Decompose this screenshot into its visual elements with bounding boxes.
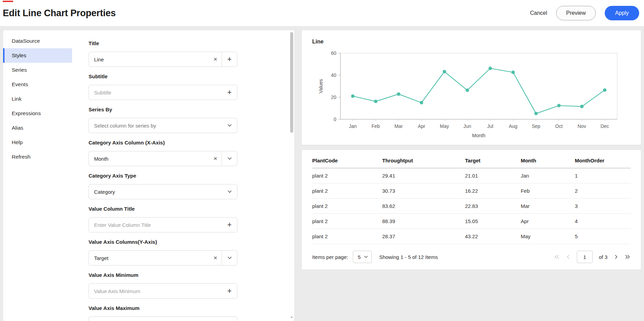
value-axis-minimum-input[interactable]: +: [89, 283, 237, 299]
subtitle-input[interactable]: +: [89, 85, 237, 100]
current-page-input[interactable]: 1: [577, 251, 593, 263]
chevron-down-icon[interactable]: [222, 118, 237, 133]
add-icon[interactable]: +: [222, 52, 237, 67]
table-header-row: PlantCodeThroughtputTargetMonthMonthOrde…: [312, 152, 631, 168]
title-text-field[interactable]: [89, 52, 209, 67]
sidebar-item-datasource[interactable]: DataSource: [3, 34, 72, 48]
svg-text:Values: Values: [318, 79, 324, 93]
table-cell: Feb: [521, 183, 575, 199]
value-axis-minimum-label: Value Axis Minimum: [89, 272, 294, 278]
svg-text:Month: Month: [472, 133, 485, 138]
sidebar-item-styles[interactable]: Styles: [3, 48, 72, 63]
chevron-down-icon[interactable]: [222, 184, 237, 199]
pagination-bar: Items per page: 5 Showing 1 - 5 of 12 It…: [312, 244, 631, 270]
items-per-page-label: Items per page:: [312, 254, 348, 260]
previous-page-button[interactable]: [566, 254, 571, 259]
items-per-page-value: 5: [358, 254, 360, 260]
series-by-label: Series By: [89, 106, 294, 113]
cancel-button[interactable]: Cancel: [530, 10, 547, 16]
svg-text:Mar: Mar: [395, 123, 403, 129]
table-row: plant 283.6222.83Mar3: [312, 199, 631, 214]
properties-panel: DataSourceStylesSeriesEventsLinkExpressi…: [3, 30, 294, 321]
scroll-down-arrow-icon[interactable]: ▼: [290, 316, 293, 319]
showing-items-text: Showing 1 - 5 of 12 Items: [379, 254, 438, 260]
svg-text:Feb: Feb: [371, 123, 380, 129]
preview-column: Line 0204060JanFebMarAprMayJunJulAugSepO…: [302, 30, 641, 270]
form-scrollbar[interactable]: ▼: [290, 31, 293, 320]
column-header-monthorder: MonthOrder: [575, 152, 631, 168]
title-label: Title: [89, 40, 294, 47]
table-cell: plant 2: [312, 183, 382, 199]
value-column-title-field-group: Value Column Title+: [89, 205, 294, 232]
value-column-title-input[interactable]: +: [89, 217, 237, 232]
value-axis-columns-select[interactable]: Target×: [89, 250, 237, 265]
data-table-card: PlantCodeThroughtputTargetMonthMonthOrde…: [302, 150, 641, 270]
next-page-button[interactable]: [614, 254, 619, 259]
value-axis-maximum-input[interactable]: +: [89, 317, 237, 321]
sidebar-item-alias[interactable]: Alias: [3, 121, 72, 135]
series-by-select[interactable]: Select column for series by: [89, 118, 237, 133]
table-row: plant 228.3743.22May5: [312, 229, 631, 244]
value-column-title-label: Value Column Title: [89, 205, 294, 212]
svg-text:60: 60: [331, 50, 336, 56]
preview-button[interactable]: Preview: [556, 6, 596, 20]
category-axis-type-label: Category Axis Type: [89, 172, 294, 179]
data-table: PlantCodeThroughtputTargetMonthMonthOrde…: [312, 152, 631, 244]
category-axis-type-select[interactable]: Category: [89, 184, 237, 199]
clear-icon[interactable]: ×: [209, 52, 222, 67]
chart-preview-card: Line 0204060JanFebMarAprMayJunJulAugSepO…: [302, 30, 641, 145]
value-axis-columns-field-group: Value Axis Columns(Y-Axis)Target×: [89, 239, 294, 265]
sidebar-item-expressions[interactable]: Expressions: [3, 106, 72, 121]
svg-text:Dec: Dec: [601, 123, 609, 129]
apply-button[interactable]: Apply: [605, 6, 639, 20]
value-axis-maximum-text-field[interactable]: [89, 317, 222, 321]
column-header-target: Target: [465, 152, 521, 168]
double-chevron-right-icon: [625, 254, 631, 259]
subtitle-label: Subtitle: [89, 73, 294, 80]
value-column-title-text-field[interactable]: [89, 218, 222, 232]
value-axis-columns-label: Value Axis Columns(Y-Axis): [89, 239, 294, 245]
add-icon[interactable]: +: [222, 218, 237, 232]
first-page-button[interactable]: [554, 254, 560, 259]
table-cell: plant 2: [312, 199, 382, 214]
svg-text:Nov: Nov: [577, 123, 586, 129]
sidebar-item-refresh[interactable]: Refresh: [3, 150, 72, 164]
value-axis-maximum-label: Value Axis Maximum: [89, 305, 294, 311]
category-axis-column-select[interactable]: Month×: [89, 151, 237, 166]
svg-text:Aug: Aug: [509, 123, 518, 129]
column-header-month: Month: [521, 152, 575, 168]
add-icon[interactable]: +: [222, 284, 237, 298]
table-cell: 83.62: [382, 199, 465, 214]
page-count-text: of 3: [599, 254, 607, 260]
table-row: plant 288.3915.05Apr4: [312, 214, 631, 229]
sidebar-item-series[interactable]: Series: [3, 63, 72, 77]
sidebar-item-help[interactable]: Help: [3, 135, 72, 150]
svg-text:Apr: Apr: [418, 123, 425, 129]
series-by-field-group: Series BySelect column for series by: [89, 106, 294, 133]
add-icon[interactable]: +: [222, 317, 237, 321]
subtitle-text-field[interactable]: [89, 85, 222, 100]
sidebar-item-events[interactable]: Events: [3, 77, 72, 92]
double-chevron-left-icon: [554, 254, 560, 259]
items-per-page-select[interactable]: 5: [353, 251, 371, 263]
chevron-down-icon[interactable]: [222, 151, 237, 166]
chevron-down-icon[interactable]: [222, 251, 237, 265]
table-body: plant 229.4121.01Jan1plant 230.7316.22Fe…: [312, 168, 631, 244]
add-icon[interactable]: +: [222, 85, 237, 100]
clear-icon[interactable]: ×: [209, 251, 222, 265]
category-axis-type-field-group: Category Axis TypeCategory: [89, 172, 294, 199]
value-axis-minimum-text-field[interactable]: [89, 284, 222, 298]
value-axis-maximum-field-group: Value Axis Maximum+: [89, 305, 294, 321]
title-input[interactable]: ×+: [89, 52, 237, 67]
table-cell: plant 2: [312, 168, 382, 183]
app-header: Edit Line Chart Properties Cancel Previe…: [0, 0, 644, 26]
category-axis-column-value: Month: [89, 156, 209, 162]
last-page-button[interactable]: [625, 254, 631, 259]
chevron-left-icon: [566, 254, 571, 259]
clear-icon[interactable]: ×: [209, 151, 222, 166]
sidebar-item-link[interactable]: Link: [3, 92, 72, 106]
form-scrollbar-thumb[interactable]: [290, 32, 293, 133]
table-row: plant 229.4121.01Jan1: [312, 168, 631, 183]
table-cell: 30.73: [382, 183, 465, 199]
table-cell: 2: [575, 183, 631, 199]
